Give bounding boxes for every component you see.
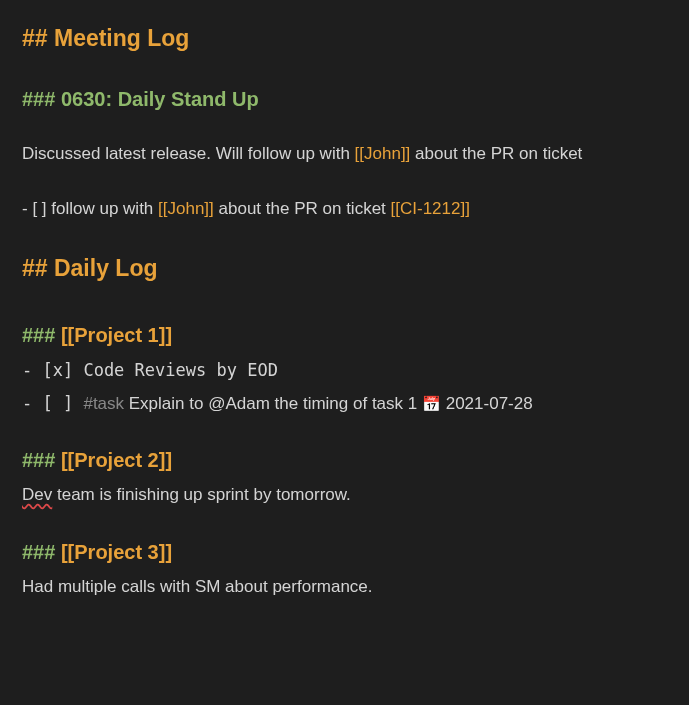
project-2-text: Dev team is finishing up sprint by tomor… (22, 483, 689, 508)
wikilink-project-3[interactable]: [[Project 3]] (61, 541, 172, 563)
text-fragment: Discussed latest release. Will follow up… (22, 144, 355, 163)
heading-project-1: ### [[Project 1]] (22, 321, 689, 350)
heading-project-3: ### [[Project 3]] (22, 538, 689, 567)
markdown-editor[interactable]: ## Meeting Log ### 0630: Daily Stand Up … (0, 0, 689, 600)
wikilink-project-1[interactable]: [[Project 1]] (61, 324, 172, 346)
task-line-done: - [x] Code Reviews by EOD (22, 358, 689, 383)
hashtag-task[interactable]: #task (83, 394, 124, 413)
project-3-text: Had multiple calls with SM about perform… (22, 575, 689, 600)
heading-project-2: ### [[Project 2]] (22, 446, 689, 475)
text-fragment: about the PR on ticket (214, 199, 391, 218)
heading-marker: ### (22, 541, 61, 563)
spellcheck-word: Dev (22, 485, 52, 504)
text-fragment: team is finishing up sprint by tomorrow. (52, 485, 351, 504)
task-line: - [ ] #task Explain to @Adam the timing … (22, 391, 689, 417)
text-fragment: about the PR on ticket (410, 144, 582, 163)
wikilink-john[interactable]: [[John]] (355, 144, 411, 163)
heading-daily-log: ## Daily Log (22, 252, 689, 285)
task-checkbox-unchecked[interactable]: - [ ] follow up with (22, 199, 158, 218)
text-fragment: Explain to @Adam the timing of task 1 (124, 394, 422, 413)
date-text: 2021-07-28 (441, 394, 533, 413)
heading-marker: ### (22, 324, 61, 346)
wikilink-project-2[interactable]: [[Project 2]] (61, 449, 172, 471)
heading-standup: ### 0630: Daily Stand Up (22, 85, 689, 114)
calendar-icon: 📅 (422, 395, 441, 412)
wikilink-john[interactable]: [[John]] (158, 199, 214, 218)
task-line: - [ ] follow up with [[John]] about the … (22, 197, 689, 222)
heading-meeting-log: ## Meeting Log (22, 22, 689, 55)
heading-marker: ### (22, 449, 61, 471)
standup-paragraph: Discussed latest release. Will follow up… (22, 142, 689, 167)
wikilink-ticket[interactable]: [[CI-1212]] (391, 199, 470, 218)
task-checkbox-unchecked[interactable]: - [ ] (22, 393, 83, 413)
